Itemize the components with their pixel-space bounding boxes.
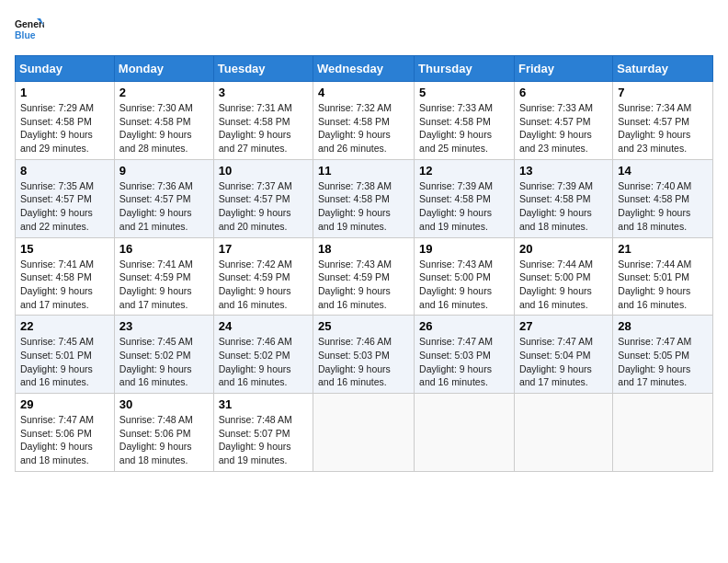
calendar-cell: 21 Sunrise: 7:44 AMSunset: 5:01 PMDaylig… (613, 237, 713, 316)
day-info: Sunrise: 7:39 AMSunset: 4:58 PMDaylight:… (419, 179, 509, 234)
calendar-cell: 23 Sunrise: 7:45 AMSunset: 5:02 PMDaylig… (114, 316, 213, 394)
day-info: Sunrise: 7:33 AMSunset: 4:58 PMDaylight:… (419, 101, 509, 155)
logo-icon: General Blue (15, 15, 44, 44)
day-info: Sunrise: 7:37 AMSunset: 4:57 PMDaylight:… (219, 179, 308, 234)
day-info: Sunrise: 7:39 AMSunset: 4:58 PMDaylight:… (519, 179, 608, 234)
calendar-table: SundayMondayTuesdayWednesdayThursdayFrid… (15, 55, 713, 472)
calendar-cell: 19 Sunrise: 7:43 AMSunset: 5:00 PMDaylig… (415, 237, 515, 316)
days-header-row: SundayMondayTuesdayWednesdayThursdayFrid… (16, 56, 713, 82)
day-number: 1 (20, 86, 109, 99)
week-row-4: 22 Sunrise: 7:45 AMSunset: 5:01 PMDaylig… (16, 316, 713, 394)
day-number: 23 (119, 319, 209, 333)
week-row-5: 29 Sunrise: 7:47 AMSunset: 5:06 PMDaylig… (16, 394, 713, 472)
week-row-3: 15 Sunrise: 7:41 AMSunset: 4:58 PMDaylig… (16, 237, 713, 316)
calendar-cell (514, 394, 612, 472)
day-info: Sunrise: 7:41 AMSunset: 4:59 PMDaylight:… (119, 258, 209, 312)
calendar-cell: 1 Sunrise: 7:29 AMSunset: 4:58 PMDayligh… (16, 82, 115, 160)
day-info: Sunrise: 7:41 AMSunset: 4:58 PMDaylight:… (20, 258, 109, 312)
header-monday: Monday (114, 56, 213, 82)
week-row-1: 1 Sunrise: 7:29 AMSunset: 4:58 PMDayligh… (16, 82, 713, 160)
calendar-cell: 9 Sunrise: 7:36 AMSunset: 4:57 PMDayligh… (114, 159, 213, 237)
day-number: 14 (618, 164, 708, 178)
day-info: Sunrise: 7:30 AMSunset: 4:58 PMDaylight:… (119, 101, 209, 155)
day-info: Sunrise: 7:38 AMSunset: 4:58 PMDaylight:… (318, 179, 409, 234)
day-number: 8 (20, 164, 109, 178)
header-thursday: Thursday (415, 56, 515, 82)
calendar-cell: 24 Sunrise: 7:46 AMSunset: 5:02 PMDaylig… (213, 316, 313, 394)
calendar-cell: 25 Sunrise: 7:46 AMSunset: 5:03 PMDaylig… (313, 316, 415, 394)
calendar-cell: 17 Sunrise: 7:42 AMSunset: 4:59 PMDaylig… (213, 237, 313, 316)
day-number: 9 (119, 164, 209, 178)
day-info: Sunrise: 7:46 AMSunset: 5:02 PMDaylight:… (219, 335, 308, 389)
day-info: Sunrise: 7:48 AMSunset: 5:06 PMDaylight:… (119, 413, 209, 467)
calendar-cell: 14 Sunrise: 7:40 AMSunset: 4:58 PMDaylig… (613, 159, 713, 237)
day-number: 3 (219, 86, 308, 99)
header-sunday: Sunday (16, 56, 115, 82)
day-number: 5 (419, 86, 509, 99)
day-number: 15 (20, 242, 109, 256)
calendar-cell: 30 Sunrise: 7:48 AMSunset: 5:06 PMDaylig… (114, 394, 213, 472)
day-info: Sunrise: 7:35 AMSunset: 4:57 PMDaylight:… (20, 179, 109, 234)
day-info: Sunrise: 7:32 AMSunset: 4:58 PMDaylight:… (318, 101, 409, 155)
day-info: Sunrise: 7:47 AMSunset: 5:05 PMDaylight:… (618, 335, 708, 389)
page-header: General Blue (15, 15, 713, 44)
week-row-2: 8 Sunrise: 7:35 AMSunset: 4:57 PMDayligh… (16, 159, 713, 237)
day-info: Sunrise: 7:43 AMSunset: 4:59 PMDaylight:… (318, 258, 409, 312)
calendar-cell: 26 Sunrise: 7:47 AMSunset: 5:03 PMDaylig… (415, 316, 515, 394)
day-number: 2 (119, 86, 209, 99)
day-info: Sunrise: 7:45 AMSunset: 5:01 PMDaylight:… (20, 335, 109, 389)
calendar-cell: 18 Sunrise: 7:43 AMSunset: 4:59 PMDaylig… (313, 237, 415, 316)
day-number: 28 (618, 319, 708, 333)
day-info: Sunrise: 7:33 AMSunset: 4:57 PMDaylight:… (519, 101, 608, 155)
calendar-cell: 28 Sunrise: 7:47 AMSunset: 5:05 PMDaylig… (613, 316, 713, 394)
calendar-cell: 10 Sunrise: 7:37 AMSunset: 4:57 PMDaylig… (213, 159, 313, 237)
day-number: 24 (219, 319, 308, 333)
calendar-cell: 6 Sunrise: 7:33 AMSunset: 4:57 PMDayligh… (514, 82, 612, 160)
day-info: Sunrise: 7:31 AMSunset: 4:58 PMDaylight:… (219, 101, 308, 155)
day-number: 4 (318, 86, 409, 99)
calendar-cell: 8 Sunrise: 7:35 AMSunset: 4:57 PMDayligh… (16, 159, 115, 237)
day-number: 10 (219, 164, 308, 178)
calendar-cell: 15 Sunrise: 7:41 AMSunset: 4:58 PMDaylig… (16, 237, 115, 316)
calendar-cell: 11 Sunrise: 7:38 AMSunset: 4:58 PMDaylig… (313, 159, 415, 237)
header-saturday: Saturday (613, 56, 713, 82)
header-friday: Friday (514, 56, 612, 82)
day-number: 29 (20, 397, 109, 411)
day-number: 26 (419, 319, 509, 333)
calendar-cell (613, 394, 713, 472)
calendar-cell (313, 394, 415, 472)
logo: General Blue (15, 15, 44, 44)
header-tuesday: Tuesday (213, 56, 313, 82)
day-number: 25 (318, 319, 409, 333)
calendar-cell (415, 394, 515, 472)
day-info: Sunrise: 7:40 AMSunset: 4:58 PMDaylight:… (618, 179, 708, 234)
calendar-cell: 7 Sunrise: 7:34 AMSunset: 4:57 PMDayligh… (613, 82, 713, 160)
day-info: Sunrise: 7:34 AMSunset: 4:57 PMDaylight:… (618, 101, 708, 155)
calendar-cell: 22 Sunrise: 7:45 AMSunset: 5:01 PMDaylig… (16, 316, 115, 394)
day-number: 12 (419, 164, 509, 178)
day-number: 7 (618, 86, 708, 99)
day-info: Sunrise: 7:46 AMSunset: 5:03 PMDaylight:… (318, 335, 409, 389)
day-info: Sunrise: 7:29 AMSunset: 4:58 PMDaylight:… (20, 101, 109, 155)
day-number: 27 (519, 319, 608, 333)
day-info: Sunrise: 7:47 AMSunset: 5:03 PMDaylight:… (419, 335, 509, 389)
day-info: Sunrise: 7:48 AMSunset: 5:07 PMDaylight:… (219, 413, 308, 467)
day-info: Sunrise: 7:44 AMSunset: 5:01 PMDaylight:… (618, 258, 708, 312)
day-info: Sunrise: 7:42 AMSunset: 4:59 PMDaylight:… (219, 258, 308, 312)
calendar-cell: 27 Sunrise: 7:47 AMSunset: 5:04 PMDaylig… (514, 316, 612, 394)
day-number: 19 (419, 242, 509, 256)
day-number: 18 (318, 242, 409, 256)
day-number: 13 (519, 164, 608, 178)
calendar-cell: 5 Sunrise: 7:33 AMSunset: 4:58 PMDayligh… (415, 82, 515, 160)
calendar-cell: 12 Sunrise: 7:39 AMSunset: 4:58 PMDaylig… (415, 159, 515, 237)
header-wednesday: Wednesday (313, 56, 415, 82)
calendar-cell: 13 Sunrise: 7:39 AMSunset: 4:58 PMDaylig… (514, 159, 612, 237)
calendar-cell: 16 Sunrise: 7:41 AMSunset: 4:59 PMDaylig… (114, 237, 213, 316)
day-info: Sunrise: 7:47 AMSunset: 5:06 PMDaylight:… (20, 413, 109, 467)
day-info: Sunrise: 7:36 AMSunset: 4:57 PMDaylight:… (119, 179, 209, 234)
day-info: Sunrise: 7:44 AMSunset: 5:00 PMDaylight:… (519, 258, 608, 312)
day-number: 6 (519, 86, 608, 99)
calendar-cell: 3 Sunrise: 7:31 AMSunset: 4:58 PMDayligh… (213, 82, 313, 160)
day-number: 31 (219, 397, 308, 411)
day-number: 21 (618, 242, 708, 256)
